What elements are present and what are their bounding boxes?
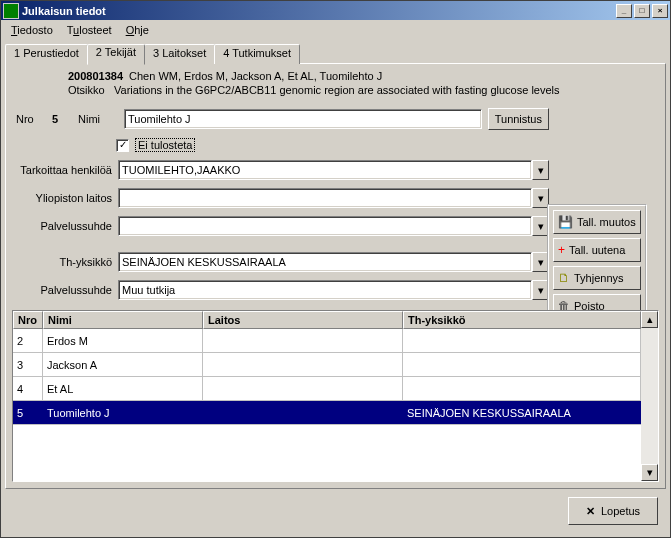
cell-nimi: Tuomilehto J (43, 401, 203, 424)
authors-table: Nro Nimi Laitos Th-yksikkö 2Erdos M3Jack… (13, 311, 641, 481)
scroll-up-button[interactable]: ▴ (641, 311, 658, 328)
nro-label: Nro (16, 113, 46, 125)
close-button[interactable]: ✕ Lopetus (568, 497, 658, 525)
tab-departments[interactable]: 3 Laitokset (144, 44, 215, 64)
cell-tyk (403, 329, 641, 352)
cell-nro: 3 (13, 353, 43, 376)
no-print-label: Ei tulosteta (135, 138, 195, 152)
cell-laitos (203, 353, 403, 376)
title-label: Otsikko (68, 84, 108, 96)
cell-nimi: Jackson A (43, 353, 203, 376)
menu-help[interactable]: Ohje (120, 22, 155, 38)
col-tyk[interactable]: Th-yksikkö (403, 311, 641, 329)
cell-laitos (203, 329, 403, 352)
nro-value: 5 (52, 113, 72, 125)
cell-nro: 5 (13, 401, 43, 424)
nimi-label: Nimi (78, 113, 118, 125)
cell-laitos (203, 401, 403, 424)
save-icon: 💾 (558, 215, 573, 229)
means-person-label: Tarkoittaa henkilöä (16, 164, 112, 176)
save-as-new-button[interactable]: +Tall. uutena (553, 238, 641, 262)
scroll-track[interactable] (641, 328, 658, 464)
col-nro[interactable]: Nro (13, 311, 43, 329)
app-icon (3, 3, 19, 19)
menu-file-label: iedosto (17, 24, 52, 36)
menu-outputs[interactable]: Tulosteet (61, 22, 118, 38)
employment2-dropdown[interactable]: Muu tutkija ▾ (118, 280, 549, 300)
tab-authors[interactable]: 2 Tekijät (87, 44, 145, 65)
identify-button[interactable]: Tunnistus (488, 108, 549, 130)
close-icon: ✕ (586, 505, 595, 518)
table-row[interactable]: 2Erdos M (13, 329, 641, 353)
document-icon: 🗋 (558, 271, 570, 285)
tab-studies[interactable]: 4 Tutkimukset (214, 44, 300, 64)
col-laitos[interactable]: Laitos (203, 311, 403, 329)
employment1-label: Palvelussuhde (16, 220, 112, 232)
university-dept-dropdown[interactable]: ▾ (118, 188, 549, 208)
clear-button[interactable]: 🗋Tyhjennys (553, 266, 641, 290)
cell-nro: 4 (13, 377, 43, 400)
name-input[interactable]: Tuomilehto J (124, 109, 482, 129)
maximize-button[interactable]: □ (634, 4, 650, 18)
cell-laitos (203, 377, 403, 400)
th-unit-dropdown[interactable]: SEINÄJOEN KESKUSSAIRAALA ▾ (118, 252, 549, 272)
cell-tyk (403, 377, 641, 400)
no-print-checkbox[interactable] (116, 139, 129, 152)
table-row[interactable]: 5Tuomilehto JSEINÄJOEN KESKUSSAIRAALA (13, 401, 641, 425)
close-window-button[interactable]: × (652, 4, 668, 18)
chevron-down-icon[interactable]: ▾ (532, 160, 549, 180)
cell-nimi: Erdos M (43, 329, 203, 352)
means-person-dropdown[interactable]: TUOMILEHTO,JAAKKO ▾ (118, 160, 549, 180)
table-row[interactable]: 3Jackson A (13, 353, 641, 377)
tab-basics[interactable]: 1 Perustiedot (5, 44, 88, 64)
table-row[interactable]: 4Et AL (13, 377, 641, 401)
minimize-button[interactable]: _ (616, 4, 632, 18)
publication-title: Variations in the G6PC2/ABCB11 genomic r… (114, 84, 560, 96)
menu-file[interactable]: Tiedosto (5, 22, 59, 38)
publication-id: 200801384 (68, 70, 123, 82)
save-changes-button[interactable]: 💾Tall. muutos (553, 210, 641, 234)
employment2-label: Palvelussuhde (16, 284, 112, 296)
university-dept-label: Yliopiston laitos (16, 192, 112, 204)
cell-nimi: Et AL (43, 377, 203, 400)
scroll-down-button[interactable]: ▾ (641, 464, 658, 481)
employment1-dropdown[interactable]: ▾ (118, 216, 549, 236)
cell-tyk: SEINÄJOEN KESKUSSAIRAALA (403, 401, 641, 424)
cell-tyk (403, 353, 641, 376)
window-title: Julkaisun tiedot (22, 5, 616, 17)
col-nimi[interactable]: Nimi (43, 311, 203, 329)
cell-nro: 2 (13, 329, 43, 352)
plus-icon: + (558, 243, 565, 257)
th-unit-label: Th-yksikkö (16, 256, 112, 268)
authors-summary: Chen WM, Erdos M, Jackson A, Et AL, Tuom… (129, 70, 382, 82)
